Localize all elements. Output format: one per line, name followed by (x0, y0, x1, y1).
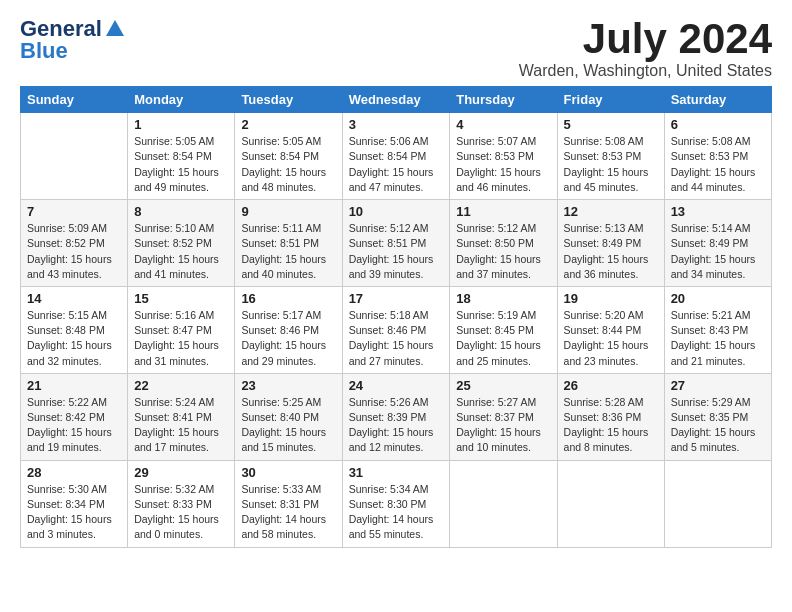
day-cell (664, 460, 771, 547)
day-detail: Sunrise: 5:10 AMSunset: 8:52 PMDaylight:… (134, 222, 219, 280)
title-block: July 2024 Warden, Washington, United Sta… (519, 16, 772, 80)
day-cell: 30 Sunrise: 5:33 AMSunset: 8:31 PMDaylig… (235, 460, 342, 547)
day-number: 5 (564, 117, 658, 132)
day-number: 3 (349, 117, 444, 132)
week-row-2: 7 Sunrise: 5:09 AMSunset: 8:52 PMDayligh… (21, 200, 772, 287)
day-detail: Sunrise: 5:15 AMSunset: 8:48 PMDaylight:… (27, 309, 112, 367)
day-cell: 20 Sunrise: 5:21 AMSunset: 8:43 PMDaylig… (664, 286, 771, 373)
day-cell: 15 Sunrise: 5:16 AMSunset: 8:47 PMDaylig… (128, 286, 235, 373)
day-detail: Sunrise: 5:27 AMSunset: 8:37 PMDaylight:… (456, 396, 541, 454)
day-detail: Sunrise: 5:33 AMSunset: 8:31 PMDaylight:… (241, 483, 326, 541)
day-detail: Sunrise: 5:29 AMSunset: 8:35 PMDaylight:… (671, 396, 756, 454)
day-detail: Sunrise: 5:12 AMSunset: 8:50 PMDaylight:… (456, 222, 541, 280)
day-cell: 8 Sunrise: 5:10 AMSunset: 8:52 PMDayligh… (128, 200, 235, 287)
header-monday: Monday (128, 87, 235, 113)
day-number: 29 (134, 465, 228, 480)
header-friday: Friday (557, 87, 664, 113)
day-number: 23 (241, 378, 335, 393)
header-wednesday: Wednesday (342, 87, 450, 113)
day-cell: 18 Sunrise: 5:19 AMSunset: 8:45 PMDaylig… (450, 286, 557, 373)
day-detail: Sunrise: 5:30 AMSunset: 8:34 PMDaylight:… (27, 483, 112, 541)
day-number: 19 (564, 291, 658, 306)
logo: General Blue (20, 16, 126, 64)
day-cell: 23 Sunrise: 5:25 AMSunset: 8:40 PMDaylig… (235, 373, 342, 460)
day-detail: Sunrise: 5:25 AMSunset: 8:40 PMDaylight:… (241, 396, 326, 454)
week-row-5: 28 Sunrise: 5:30 AMSunset: 8:34 PMDaylig… (21, 460, 772, 547)
day-detail: Sunrise: 5:34 AMSunset: 8:30 PMDaylight:… (349, 483, 434, 541)
day-cell: 14 Sunrise: 5:15 AMSunset: 8:48 PMDaylig… (21, 286, 128, 373)
day-number: 26 (564, 378, 658, 393)
day-cell: 13 Sunrise: 5:14 AMSunset: 8:49 PMDaylig… (664, 200, 771, 287)
day-detail: Sunrise: 5:22 AMSunset: 8:42 PMDaylight:… (27, 396, 112, 454)
day-detail: Sunrise: 5:07 AMSunset: 8:53 PMDaylight:… (456, 135, 541, 193)
week-row-4: 21 Sunrise: 5:22 AMSunset: 8:42 PMDaylig… (21, 373, 772, 460)
day-detail: Sunrise: 5:13 AMSunset: 8:49 PMDaylight:… (564, 222, 649, 280)
day-cell (21, 113, 128, 200)
calendar-table: Sunday Monday Tuesday Wednesday Thursday… (20, 86, 772, 547)
day-number: 14 (27, 291, 121, 306)
day-cell (557, 460, 664, 547)
day-cell: 31 Sunrise: 5:34 AMSunset: 8:30 PMDaylig… (342, 460, 450, 547)
day-cell: 4 Sunrise: 5:07 AMSunset: 8:53 PMDayligh… (450, 113, 557, 200)
day-detail: Sunrise: 5:28 AMSunset: 8:36 PMDaylight:… (564, 396, 649, 454)
day-cell: 9 Sunrise: 5:11 AMSunset: 8:51 PMDayligh… (235, 200, 342, 287)
logo-blue: Blue (20, 38, 68, 64)
header-row: Sunday Monday Tuesday Wednesday Thursday… (21, 87, 772, 113)
day-detail: Sunrise: 5:12 AMSunset: 8:51 PMDaylight:… (349, 222, 434, 280)
day-detail: Sunrise: 5:08 AMSunset: 8:53 PMDaylight:… (671, 135, 756, 193)
day-number: 1 (134, 117, 228, 132)
day-number: 21 (27, 378, 121, 393)
week-row-3: 14 Sunrise: 5:15 AMSunset: 8:48 PMDaylig… (21, 286, 772, 373)
location-title: Warden, Washington, United States (519, 62, 772, 80)
day-number: 30 (241, 465, 335, 480)
day-cell: 27 Sunrise: 5:29 AMSunset: 8:35 PMDaylig… (664, 373, 771, 460)
day-number: 4 (456, 117, 550, 132)
day-number: 9 (241, 204, 335, 219)
day-detail: Sunrise: 5:05 AMSunset: 8:54 PMDaylight:… (241, 135, 326, 193)
day-number: 6 (671, 117, 765, 132)
day-cell: 5 Sunrise: 5:08 AMSunset: 8:53 PMDayligh… (557, 113, 664, 200)
day-detail: Sunrise: 5:05 AMSunset: 8:54 PMDaylight:… (134, 135, 219, 193)
day-detail: Sunrise: 5:19 AMSunset: 8:45 PMDaylight:… (456, 309, 541, 367)
header-sunday: Sunday (21, 87, 128, 113)
day-cell: 17 Sunrise: 5:18 AMSunset: 8:46 PMDaylig… (342, 286, 450, 373)
day-number: 31 (349, 465, 444, 480)
day-detail: Sunrise: 5:14 AMSunset: 8:49 PMDaylight:… (671, 222, 756, 280)
day-cell: 28 Sunrise: 5:30 AMSunset: 8:34 PMDaylig… (21, 460, 128, 547)
header-thursday: Thursday (450, 87, 557, 113)
header-tuesday: Tuesday (235, 87, 342, 113)
month-title: July 2024 (519, 16, 772, 62)
page-header: General Blue July 2024 Warden, Washingto… (20, 16, 772, 80)
day-number: 8 (134, 204, 228, 219)
day-detail: Sunrise: 5:17 AMSunset: 8:46 PMDaylight:… (241, 309, 326, 367)
day-number: 25 (456, 378, 550, 393)
day-detail: Sunrise: 5:06 AMSunset: 8:54 PMDaylight:… (349, 135, 434, 193)
day-cell: 19 Sunrise: 5:20 AMSunset: 8:44 PMDaylig… (557, 286, 664, 373)
day-cell: 29 Sunrise: 5:32 AMSunset: 8:33 PMDaylig… (128, 460, 235, 547)
day-cell: 24 Sunrise: 5:26 AMSunset: 8:39 PMDaylig… (342, 373, 450, 460)
day-detail: Sunrise: 5:11 AMSunset: 8:51 PMDaylight:… (241, 222, 326, 280)
day-number: 20 (671, 291, 765, 306)
week-row-1: 1 Sunrise: 5:05 AMSunset: 8:54 PMDayligh… (21, 113, 772, 200)
day-detail: Sunrise: 5:32 AMSunset: 8:33 PMDaylight:… (134, 483, 219, 541)
day-cell: 26 Sunrise: 5:28 AMSunset: 8:36 PMDaylig… (557, 373, 664, 460)
header-saturday: Saturday (664, 87, 771, 113)
day-detail: Sunrise: 5:09 AMSunset: 8:52 PMDaylight:… (27, 222, 112, 280)
day-number: 7 (27, 204, 121, 219)
svg-marker-0 (106, 20, 124, 36)
day-cell: 7 Sunrise: 5:09 AMSunset: 8:52 PMDayligh… (21, 200, 128, 287)
day-cell: 3 Sunrise: 5:06 AMSunset: 8:54 PMDayligh… (342, 113, 450, 200)
day-number: 22 (134, 378, 228, 393)
day-cell: 21 Sunrise: 5:22 AMSunset: 8:42 PMDaylig… (21, 373, 128, 460)
day-number: 16 (241, 291, 335, 306)
day-cell: 11 Sunrise: 5:12 AMSunset: 8:50 PMDaylig… (450, 200, 557, 287)
day-detail: Sunrise: 5:20 AMSunset: 8:44 PMDaylight:… (564, 309, 649, 367)
day-number: 28 (27, 465, 121, 480)
day-detail: Sunrise: 5:16 AMSunset: 8:47 PMDaylight:… (134, 309, 219, 367)
day-number: 13 (671, 204, 765, 219)
day-detail: Sunrise: 5:26 AMSunset: 8:39 PMDaylight:… (349, 396, 434, 454)
day-number: 27 (671, 378, 765, 393)
day-number: 18 (456, 291, 550, 306)
day-detail: Sunrise: 5:08 AMSunset: 8:53 PMDaylight:… (564, 135, 649, 193)
day-number: 12 (564, 204, 658, 219)
